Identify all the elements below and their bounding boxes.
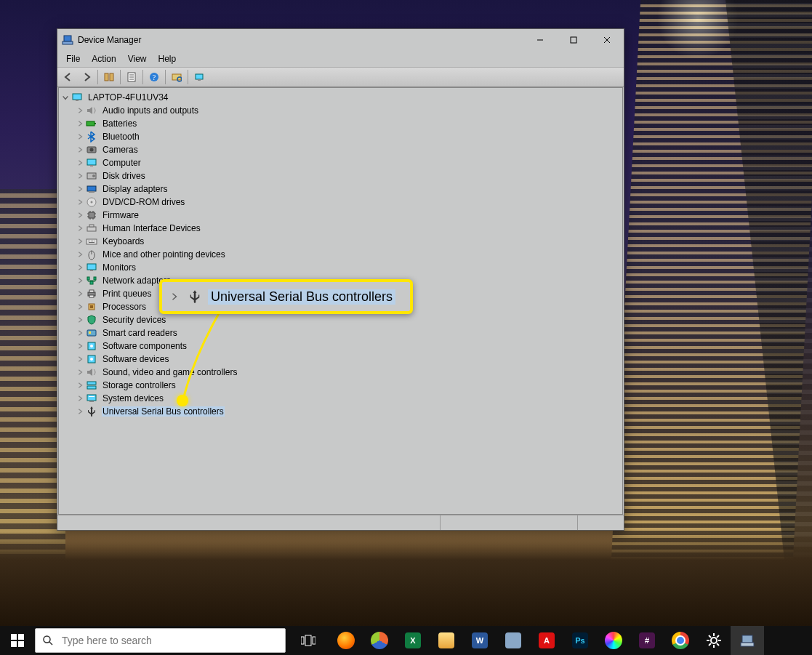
taskbar-app-paint[interactable] — [597, 626, 630, 655]
chevron-right-icon[interactable] — [75, 289, 85, 299]
chevron-right-icon[interactable] — [75, 236, 85, 246]
chevron-right-icon[interactable] — [75, 262, 85, 273]
chevron-right-icon[interactable] — [75, 197, 85, 207]
chevron-right-icon[interactable] — [75, 145, 85, 155]
menu-help[interactable]: Help — [153, 52, 182, 65]
tree-item-label: Disk drives — [102, 171, 146, 181]
svg-rect-56 — [94, 277, 96, 280]
taskbar-search[interactable] — [35, 628, 286, 653]
minimize-button[interactable] — [523, 29, 557, 51]
chevron-right-icon[interactable] — [75, 328, 85, 338]
tree-item-monitor[interactable]: Computer — [60, 156, 621, 169]
task-view-button[interactable] — [292, 626, 325, 655]
tree-item-soft[interactable]: Software components — [60, 339, 621, 353]
tree-item-label: Storage controllers — [102, 380, 177, 390]
tree-item-smartcard[interactable]: Smart card readers — [60, 326, 621, 339]
chevron-right-icon[interactable] — [75, 118, 85, 129]
chevron-right-icon[interactable] — [75, 406, 85, 417]
back-button[interactable] — [60, 68, 77, 86]
chevron-right-icon[interactable] — [75, 171, 85, 181]
taskbar-app-chrome[interactable] — [664, 626, 697, 655]
taskbar-app-slack[interactable]: # — [630, 626, 664, 655]
chevron-down-icon[interactable] — [60, 92, 71, 103]
titlebar[interactable]: Device Manager — [57, 29, 624, 51]
tree-item-battery[interactable]: Batteries — [60, 117, 621, 130]
chevron-right-icon[interactable] — [75, 367, 85, 377]
tree-item-mouse[interactable]: Mice and other pointing devices — [60, 248, 621, 261]
chevron-right-icon[interactable] — [75, 354, 85, 364]
scan-hardware-button[interactable] — [168, 68, 185, 86]
chevron-right-icon[interactable] — [75, 158, 85, 168]
taskbar-app-explorer[interactable] — [430, 626, 463, 655]
taskbar-app-snip[interactable] — [363, 626, 396, 655]
show-hide-console-button[interactable] — [100, 68, 118, 86]
chevron-right-icon[interactable] — [75, 184, 85, 194]
tree-item-cd[interactable]: DVD/CD-ROM drives — [60, 196, 621, 209]
toolbar-separator — [120, 70, 121, 84]
svg-point-27 — [92, 174, 95, 177]
chevron-right-icon[interactable] — [75, 132, 85, 142]
chevron-right-icon[interactable] — [75, 249, 85, 260]
taskbar-app-settings[interactable] — [697, 626, 731, 655]
taskbar-app-firefox[interactable] — [329, 626, 363, 655]
svg-rect-6 — [105, 73, 108, 81]
tree-item-security[interactable]: Security devices — [60, 313, 621, 326]
svg-rect-45 — [89, 241, 90, 241]
chevron-right-icon[interactable] — [75, 302, 85, 312]
svg-rect-75 — [11, 641, 17, 647]
tree-item-label: Batteries — [102, 118, 137, 129]
maximize-button[interactable] — [557, 29, 590, 51]
properties-button[interactable] — [123, 68, 140, 86]
svg-point-82 — [711, 638, 717, 643]
tree-item-chip[interactable]: Firmware — [60, 209, 621, 222]
tree-item-display[interactable]: Display adapters — [60, 182, 621, 196]
tree-item-label: Smart card readers — [102, 328, 178, 338]
chevron-right-icon[interactable] — [75, 341, 85, 351]
add-hardware-button[interactable] — [190, 68, 208, 86]
svg-rect-16 — [196, 74, 203, 79]
tree-item-keyboard[interactable]: Keyboards — [60, 235, 621, 248]
taskbar-app-acrobat[interactable]: A — [530, 626, 563, 655]
svg-rect-44 — [88, 241, 89, 241]
tree-root[interactable]: LAPTOP-4FU1UV34 — [60, 91, 621, 104]
tree-item-bluetooth[interactable]: Bluetooth — [60, 130, 621, 143]
svg-rect-76 — [18, 641, 24, 647]
search-input[interactable] — [60, 634, 285, 647]
taskbar-app-word[interactable]: W — [463, 626, 497, 655]
taskbar-app-photoshop[interactable]: Ps — [563, 626, 597, 655]
tree-item-system[interactable]: System devices — [60, 392, 621, 405]
forward-button[interactable] — [78, 68, 95, 86]
chevron-right-icon[interactable] — [75, 223, 85, 233]
menu-file[interactable]: File — [60, 52, 86, 65]
tree-item-label: Software components — [102, 341, 188, 351]
menu-view[interactable]: View — [122, 52, 153, 65]
menu-action[interactable]: Action — [86, 52, 121, 65]
svg-rect-48 — [94, 241, 95, 241]
chevron-right-icon[interactable] — [75, 210, 85, 220]
svg-rect-80 — [305, 635, 311, 646]
start-button[interactable] — [0, 626, 35, 655]
tree-item-soft[interactable]: Software devices — [60, 353, 621, 366]
taskbar-app-printer[interactable] — [497, 626, 530, 655]
chevron-right-icon[interactable] — [75, 105, 85, 116]
chevron-right-icon[interactable] — [75, 276, 85, 286]
chevron-right-icon[interactable] — [75, 315, 85, 325]
network-icon — [86, 275, 97, 286]
tree-item-storage[interactable]: Storage controllers — [60, 379, 621, 392]
chevron-right-icon[interactable] — [75, 393, 85, 403]
tree-item-disk[interactable]: Disk drives — [60, 169, 621, 182]
svg-rect-18 — [73, 94, 81, 100]
chevron-right-icon[interactable] — [75, 380, 85, 390]
svg-rect-72 — [89, 396, 95, 397]
tree-item-audio[interactable]: Sound, video and game controllers — [60, 366, 621, 379]
tree-item-hid[interactable]: Human Interface Devices — [60, 222, 621, 235]
tree-item-audio[interactable]: Audio inputs and outputs — [60, 104, 621, 117]
tree-item-camera[interactable]: Cameras — [60, 143, 621, 156]
tree-item-monitor[interactable]: Monitors — [60, 261, 621, 274]
chevron-right-icon — [168, 290, 181, 303]
tree-item-usb[interactable]: Universal Serial Bus controllers — [60, 405, 621, 418]
taskbar-app-device-manager[interactable] — [731, 626, 764, 655]
help-button[interactable]: ? — [145, 68, 163, 86]
taskbar-app-excel[interactable]: X — [396, 626, 430, 655]
close-button[interactable] — [590, 29, 624, 51]
